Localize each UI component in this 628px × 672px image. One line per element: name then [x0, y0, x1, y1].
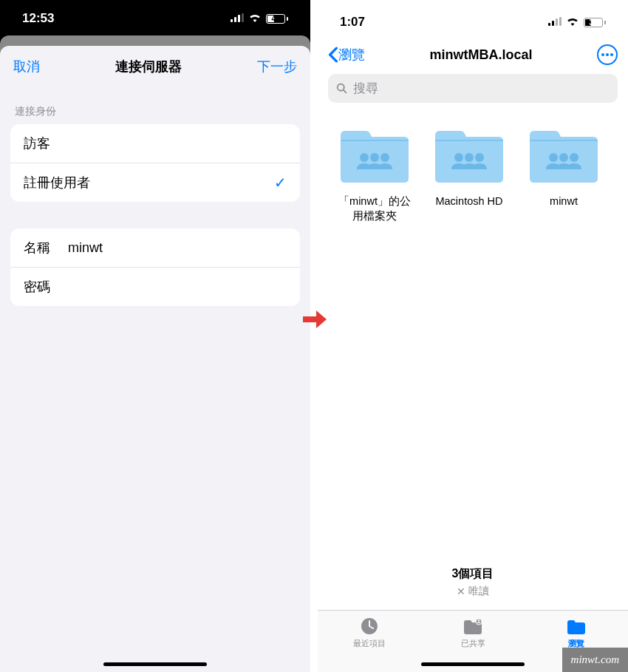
svg-point-22	[478, 620, 480, 622]
svg-rect-6	[556, 18, 558, 26]
folder-grid: 「minwt」的公用檔案夾 Macintosh HD minwt	[318, 113, 628, 237]
search-placeholder: 搜尋	[353, 80, 378, 97]
svg-rect-5	[552, 21, 554, 26]
home-indicator	[103, 662, 207, 666]
modal-header: 取消 連接伺服器 下一步	[0, 46, 310, 87]
phone-right: 1:07 38 瀏覽 minwtMBA.local 搜尋 「minwt」的公用檔…	[318, 0, 628, 672]
section-label: 連接身份	[0, 87, 310, 124]
svg-point-12	[370, 153, 379, 162]
connect-server-modal: 取消 連接伺服器 下一步 連接身份 訪客 註冊使用者 ✓ 名稱 minwt 密碼	[0, 46, 310, 672]
next-button[interactable]: 下一步	[257, 58, 297, 75]
status-time: 1:07	[340, 15, 365, 30]
name-label: 名稱	[24, 239, 68, 257]
svg-point-14	[454, 153, 463, 162]
name-field-row[interactable]: 名稱 minwt	[10, 228, 300, 268]
footer-info: 3個項目 ✕ 唯讀	[318, 566, 628, 598]
watermark: minwt.com	[562, 648, 628, 672]
signal-icon	[231, 11, 244, 26]
status-bar: 1:07 38	[318, 0, 628, 37]
signal-icon	[548, 15, 562, 30]
arrow-icon	[303, 310, 327, 331]
svg-point-19	[570, 153, 578, 162]
ellipsis-icon	[601, 53, 613, 56]
svg-rect-2	[238, 15, 240, 22]
svg-rect-3	[242, 13, 244, 22]
folder-person-icon	[462, 617, 484, 636]
svg-point-11	[360, 153, 369, 162]
tab-label: 最近項目	[353, 638, 386, 649]
more-button[interactable]	[597, 44, 618, 65]
credentials-form: 名稱 minwt 密碼	[10, 228, 300, 306]
option-label: 註冊使用者	[24, 174, 90, 191]
svg-rect-7	[559, 17, 562, 26]
checkmark-icon: ✓	[274, 174, 287, 191]
back-button[interactable]: 瀏覽	[328, 46, 365, 64]
status-time: 12:53	[22, 11, 54, 26]
tab-recents[interactable]: 最近項目	[318, 611, 421, 672]
search-icon	[335, 82, 349, 95]
svg-point-15	[465, 153, 474, 162]
modal-title: 連接伺服器	[115, 58, 182, 75]
item-count: 3個項目	[318, 566, 628, 582]
phone-left: 12:53 41 取消 連接伺服器 下一步 連接身份 訪客 註冊使用者 ✓	[0, 0, 310, 672]
svg-rect-1	[234, 17, 236, 22]
folder-item[interactable]: Macintosh HD	[429, 126, 510, 223]
folder-shared-icon	[338, 126, 412, 184]
status-bar: 12:53 41	[0, 0, 310, 37]
svg-point-17	[549, 153, 558, 162]
password-label: 密碼	[24, 278, 68, 296]
status-indicators: 41	[231, 11, 288, 26]
tab-label: 已共享	[461, 638, 485, 649]
password-field-row[interactable]: 密碼	[10, 268, 300, 306]
nav-title: minwtMBA.local	[429, 47, 532, 63]
identity-option-registered[interactable]: 註冊使用者 ✓	[10, 163, 300, 202]
identity-option-guest[interactable]: 訪客	[10, 124, 300, 163]
wifi-icon	[566, 15, 579, 30]
wifi-icon	[248, 11, 262, 26]
back-label: 瀏覽	[338, 46, 365, 64]
option-label: 訪客	[24, 135, 50, 152]
folder-label: 「minwt」的公用檔案夾	[334, 194, 415, 223]
folder-label: Macintosh HD	[429, 194, 510, 209]
name-value: minwt	[68, 240, 103, 256]
identity-list: 訪客 註冊使用者 ✓	[10, 124, 300, 202]
cancel-button[interactable]: 取消	[13, 58, 40, 75]
battery-icon: 38	[584, 18, 606, 27]
nav-bar: 瀏覽 minwtMBA.local	[318, 37, 628, 71]
folder-icon	[565, 617, 587, 636]
folder-item[interactable]: 「minwt」的公用檔案夾	[334, 126, 415, 223]
close-icon: ✕	[457, 586, 465, 597]
svg-point-10	[610, 53, 613, 56]
folder-item[interactable]: minwt	[523, 126, 604, 223]
home-indicator	[421, 662, 525, 666]
folder-label: minwt	[523, 194, 604, 209]
svg-point-13	[380, 153, 389, 162]
chevron-left-icon	[328, 47, 338, 63]
svg-rect-0	[231, 19, 233, 22]
status-indicators: 38	[548, 15, 606, 30]
folder-shared-icon	[527, 126, 601, 184]
search-input[interactable]: 搜尋	[328, 74, 618, 103]
battery-icon: 41	[266, 14, 288, 24]
readonly-label: 唯讀	[468, 585, 489, 598]
clock-icon	[358, 617, 380, 636]
svg-point-8	[601, 53, 604, 56]
svg-point-18	[559, 153, 568, 162]
readonly-badge: ✕ 唯讀	[318, 585, 628, 598]
svg-rect-4	[548, 23, 550, 26]
folder-shared-icon	[432, 126, 506, 184]
svg-point-16	[475, 153, 484, 162]
svg-point-9	[606, 53, 609, 56]
